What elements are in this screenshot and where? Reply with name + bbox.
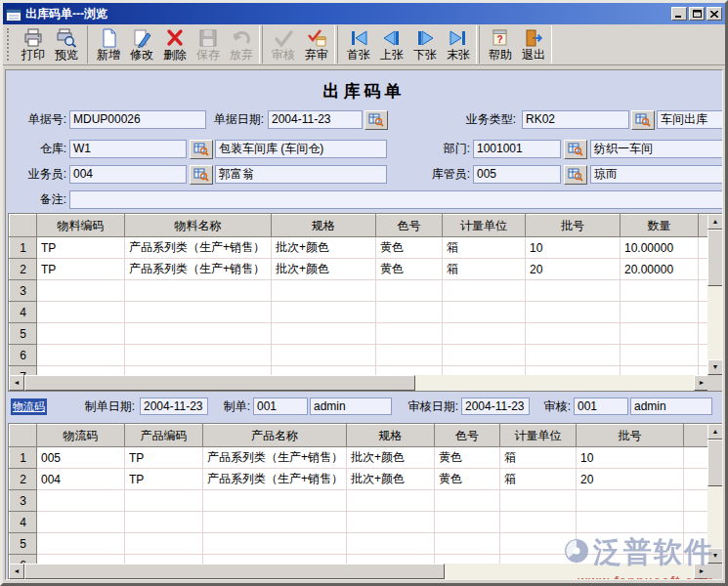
table-cell[interactable]	[435, 490, 500, 512]
row-number[interactable]: 4	[10, 302, 37, 323]
material-grid-hscrollbar[interactable]: ◄ ►	[9, 375, 709, 391]
table-cell[interactable]: 箱	[443, 259, 526, 280]
exit-button[interactable]: 退出	[517, 25, 550, 63]
table-cell[interactable]: 005	[37, 447, 125, 469]
maker-code-field[interactable]: 001	[253, 398, 308, 415]
audit-button[interactable]: 审核	[267, 25, 300, 63]
table-cell[interactable]: 20.00000	[621, 259, 699, 280]
dept-lookup-button[interactable]	[564, 140, 587, 159]
table-cell[interactable]	[577, 512, 684, 533]
first-record-button[interactable]: 首张	[342, 25, 375, 63]
logistics-grid-vscrollbar[interactable]: ▲ ▼	[707, 424, 723, 564]
toolbar-grip[interactable]	[7, 28, 13, 61]
tab-logistics-code[interactable]: 物流码	[11, 398, 47, 415]
table-cell[interactable]	[443, 345, 526, 366]
doc-no-field[interactable]: MDUP00026	[69, 110, 206, 129]
table-cell[interactable]	[376, 280, 443, 302]
made-date-field[interactable]: 2004-11-23	[140, 398, 208, 415]
table-cell[interactable]	[577, 533, 684, 555]
table-cell[interactable]: 批次+颜色	[347, 447, 435, 469]
table-cell[interactable]	[376, 302, 443, 323]
table-cell[interactable]: 黄色	[435, 447, 500, 469]
doc-date-lookup-button[interactable]	[364, 110, 388, 130]
table-cell[interactable]	[203, 533, 347, 555]
table-cell[interactable]	[125, 323, 272, 345]
row-number[interactable]: 3	[10, 490, 37, 512]
table-cell[interactable]: 10	[526, 237, 621, 259]
table-cell[interactable]	[376, 345, 443, 366]
table-cell[interactable]	[125, 302, 272, 323]
row-number[interactable]: 1	[10, 447, 37, 469]
row-number[interactable]: 2	[10, 259, 37, 280]
table-cell[interactable]	[435, 533, 500, 555]
auditor-code-field[interactable]: 001	[574, 398, 628, 415]
minimize-button[interactable]	[671, 7, 687, 21]
table-cell[interactable]	[621, 302, 699, 323]
table-cell[interactable]: 产品系列类（生产+销售）	[203, 469, 347, 490]
print-button[interactable]: 打印	[17, 25, 50, 63]
table-cell[interactable]	[621, 345, 699, 366]
biz-type-lookup-button[interactable]	[631, 110, 655, 130]
salesman-code-field[interactable]: 004	[69, 165, 187, 184]
dept-code-field[interactable]: 1001001	[473, 140, 561, 158]
table-cell[interactable]	[526, 345, 621, 366]
salesman-lookup-button[interactable]	[190, 165, 213, 185]
row-number[interactable]: 6	[10, 345, 37, 366]
table-cell[interactable]: 黄色	[376, 259, 443, 280]
logistics-grid-hscrollbar[interactable]: ◄ ►	[9, 564, 709, 579]
warehouse-code-field[interactable]: W1	[69, 140, 187, 158]
table-cell[interactable]	[526, 323, 621, 345]
delete-button[interactable]: 删除	[158, 25, 192, 63]
discard-button[interactable]: 放弃	[225, 25, 258, 63]
table-cell[interactable]	[125, 490, 203, 512]
new-button[interactable]: 新增	[92, 25, 125, 63]
table-cell[interactable]	[125, 533, 203, 555]
table-cell[interactable]	[272, 323, 376, 345]
row-number[interactable]: 1	[10, 237, 37, 259]
table-cell[interactable]	[621, 280, 699, 302]
audit-date-field[interactable]: 2004-11-23	[461, 398, 530, 415]
table-cell[interactable]: 产品系列类（生产+销售）	[203, 447, 347, 469]
table-cell[interactable]	[443, 323, 526, 345]
unaudit-button[interactable]: 弃审	[300, 25, 333, 63]
table-cell[interactable]	[37, 323, 125, 345]
table-cell[interactable]: 黄色	[435, 469, 500, 490]
table-cell[interactable]: 004	[37, 469, 125, 490]
table-cell[interactable]	[125, 280, 272, 302]
scrollbar-track[interactable]	[415, 375, 694, 391]
scroll-left-button[interactable]: ◄	[9, 564, 24, 579]
table-cell[interactable]	[272, 345, 376, 366]
doc-date-field[interactable]: 2004-11-23	[268, 110, 363, 129]
table-cell[interactable]: 10.00000	[621, 237, 699, 259]
table-cell[interactable]: 产品系列类（生产+销售）	[125, 259, 272, 280]
table-cell[interactable]: 20	[526, 259, 621, 280]
table-cell[interactable]: 箱	[500, 469, 577, 490]
table-cell[interactable]	[272, 302, 376, 323]
row-number[interactable]: 2	[10, 469, 37, 490]
table-cell[interactable]: TP	[37, 259, 125, 280]
table-cell[interactable]: 批次+颜色	[272, 259, 376, 280]
table-cell[interactable]	[37, 533, 125, 555]
window-titlebar[interactable]: 出库码单---浏览	[3, 3, 725, 24]
material-grid-vscrollbar[interactable]: ▲ ▼	[707, 214, 723, 375]
scrollbar-thumb[interactable]	[707, 440, 723, 486]
scroll-up-button[interactable]: ▲	[707, 214, 723, 230]
table-cell[interactable]: TP	[125, 447, 203, 469]
table-cell[interactable]: 10	[577, 447, 684, 469]
scroll-up-button[interactable]: ▲	[707, 424, 723, 440]
help-button[interactable]: ? 帮助	[484, 25, 517, 63]
row-number[interactable]: 3	[10, 280, 37, 302]
table-cell[interactable]: 箱	[500, 447, 577, 469]
table-cell[interactable]	[500, 512, 577, 533]
table-cell[interactable]	[526, 280, 621, 302]
remark-field[interactable]	[69, 190, 723, 209]
table-cell[interactable]	[500, 490, 577, 512]
scrollbar-thumb[interactable]	[24, 375, 415, 391]
table-cell[interactable]	[37, 345, 125, 366]
table-cell[interactable]	[37, 302, 125, 323]
scroll-down-button[interactable]: ▼	[707, 548, 723, 564]
table-cell[interactable]	[443, 302, 526, 323]
biz-type-code-field[interactable]: RK02	[522, 110, 629, 129]
table-cell[interactable]	[347, 533, 435, 555]
table-cell[interactable]: 箱	[443, 237, 526, 259]
